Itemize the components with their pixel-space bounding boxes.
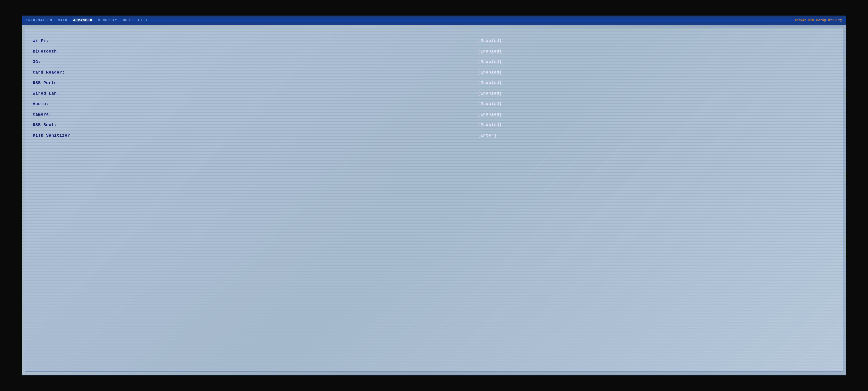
setting-label-3: Card Reader: [33, 67, 474, 78]
setting-label-1: Bluetooth: [33, 46, 474, 57]
setting-label-6: Audio: [33, 99, 474, 109]
setting-value-2: [Enabled] [474, 57, 835, 67]
menu-item-information[interactable]: Information [26, 19, 52, 22]
table-row[interactable]: Camera:[Enabled] [33, 109, 835, 120]
setting-label-7: Camera: [33, 109, 474, 120]
menu-item-boot[interactable]: Boot [123, 19, 132, 22]
menu-bar: InformationMainAdvancedSecurityBootExit … [22, 16, 846, 25]
menu-item-advanced[interactable]: Advanced [73, 19, 92, 22]
table-row[interactable]: Card Reader:[Enabled] [33, 67, 835, 78]
setting-label-2: 3G: [33, 57, 474, 67]
setting-value-7: [Enabled] [474, 109, 835, 120]
table-row[interactable]: 3G:[Enabled] [33, 57, 835, 67]
setting-value-5: [Enabled] [474, 88, 835, 99]
menu-item-main[interactable]: Main [58, 19, 67, 22]
setting-value-1: [Enabled] [474, 46, 835, 57]
table-row[interactable]: USB Ports:[Enabled] [33, 78, 835, 88]
table-row[interactable]: Audio:[Enabled] [33, 99, 835, 109]
settings-table: Wi-Fi:[Enabled]Bluetooth:[Enabled]3G:[En… [33, 36, 835, 141]
table-row[interactable]: Wi-Fi:[Enabled] [33, 36, 835, 46]
setting-label-5: Wired Lan: [33, 88, 474, 99]
setting-value-9: [Enter] [474, 130, 835, 141]
menu-items: InformationMainAdvancedSecurityBootExit [26, 19, 842, 22]
setting-value-4: [Enabled] [474, 78, 835, 88]
setting-label-4: USB Ports: [33, 78, 474, 88]
menu-item-security[interactable]: Security [98, 19, 117, 22]
menu-item-exit[interactable]: Exit [138, 19, 148, 22]
brand-label: Insyde H2O Setup Utility [795, 19, 842, 22]
setting-label-8: USB Boot: [33, 120, 474, 130]
table-row[interactable]: Bluetooth:[Enabled] [33, 46, 835, 57]
bios-screen: InformationMainAdvancedSecurityBootExit … [22, 15, 846, 375]
table-row[interactable]: USB Boot:[Enabled] [33, 120, 835, 130]
setting-value-3: [Enabled] [474, 67, 835, 78]
setting-value-0: [Enabled] [474, 36, 835, 46]
setting-value-8: [Enabled] [474, 120, 835, 130]
setting-label-9: Disk Sanitizer [33, 130, 474, 141]
content-area: Wi-Fi:[Enabled]Bluetooth:[Enabled]3G:[En… [25, 28, 843, 372]
table-row[interactable]: Disk Sanitizer[Enter] [33, 130, 835, 141]
setting-value-6: [Enabled] [474, 99, 835, 109]
setting-label-0: Wi-Fi: [33, 36, 474, 46]
table-row[interactable]: Wired Lan:[Enabled] [33, 88, 835, 99]
